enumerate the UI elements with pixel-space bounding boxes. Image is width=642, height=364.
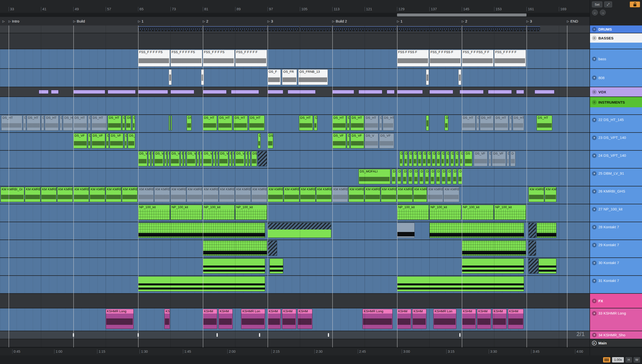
clip[interactable]	[397, 26, 462, 32]
clip[interactable]: D	[423, 151, 426, 166]
clip[interactable]: KSHM	[297, 309, 312, 329]
clip[interactable]: DS_VF	[92, 133, 105, 148]
track-header-31-kontakt-7[interactable]: ▾31 Kontakt 7	[590, 276, 642, 293]
clip[interactable]: DS	[164, 151, 167, 166]
clip[interactable]	[528, 258, 538, 274]
clip[interactable]: DS_V	[365, 133, 378, 148]
clip[interactable]: DS_HT	[1, 115, 22, 130]
clip[interactable]: DS_VF	[351, 133, 364, 148]
clip[interactable]: D	[413, 151, 417, 166]
clip[interactable]	[231, 90, 259, 94]
clip[interactable]: NP_100_kit	[138, 205, 170, 220]
clip[interactable]: KM KMRBI_GI	[122, 187, 138, 202]
clip[interactable]	[169, 115, 170, 130]
clip[interactable]: NP_100_kit	[235, 205, 267, 220]
clip[interactable]: KM KMRBI_G	[545, 187, 556, 202]
clip[interactable]: KM KMRBI_GI	[300, 187, 316, 202]
clip[interactable]: NP_100_kit	[170, 205, 203, 220]
clip[interactable]: DS_VF	[154, 151, 164, 166]
loop-region[interactable]	[397, 14, 526, 16]
clip[interactable]: OS_FRNB_13	[298, 69, 328, 85]
clip[interactable]	[387, 90, 395, 94]
clip[interactable]: FSS_F F F F FS	[138, 50, 170, 67]
clip[interactable]: KM KMRBI_GI	[267, 187, 283, 202]
forward-button[interactable]: →	[600, 10, 606, 16]
locator-build[interactable]: ▷Build	[73, 17, 85, 26]
clip[interactable]: DS	[124, 133, 127, 148]
locator-1[interactable]: ▷1	[397, 17, 403, 26]
clip[interactable]: NP_100_kit	[494, 205, 526, 220]
clip[interactable]: KSHM	[492, 309, 507, 329]
clip[interactable]: DS_HT	[108, 115, 121, 130]
clip[interactable]: KM KMRBI_GI	[316, 187, 332, 202]
clip[interactable]: DS	[180, 151, 183, 166]
clip[interactable]: DS	[197, 151, 199, 166]
clip[interactable]: KM KMRBI_GI	[427, 187, 443, 202]
track-header-23-ds-vpt-140[interactable]: ▾23 DS_VPT_140	[590, 133, 642, 150]
clip[interactable]: DS_HT	[63, 115, 73, 130]
locator-intro[interactable]: ▷Intro	[9, 17, 19, 26]
time-ruler[interactable]: 0:451:001:151:301:452:002:152:302:453:00…	[0, 348, 589, 356]
clip[interactable]: DS_HT	[45, 115, 59, 130]
clip[interactable]	[526, 26, 540, 32]
track-lane-30-kontakt-7[interactable]	[0, 258, 589, 275]
clip[interactable]: DS_HT	[218, 115, 232, 130]
clip[interactable]	[51, 90, 59, 94]
clip[interactable]: DS_HT	[351, 115, 364, 130]
clip[interactable]: KM KMRBI_GI	[106, 187, 122, 202]
clip[interactable]: DS_HT	[233, 115, 248, 130]
track-header-27-np-100-kit[interactable]: ▾27 NP_100_kit	[590, 204, 642, 222]
clip[interactable]	[203, 90, 227, 94]
clip[interactable]	[169, 69, 172, 85]
clip[interactable]: DS	[41, 115, 44, 130]
clip[interactable]: DS_VF	[138, 151, 147, 166]
clip[interactable]	[300, 26, 332, 32]
track-lane-vox[interactable]	[0, 87, 589, 96]
clip[interactable]: KSHM	[203, 309, 217, 329]
clip[interactable]: KM KMRBI_GI	[413, 187, 427, 202]
track-lane-808[interactable]: OS_FOS_FROS_FRNB_13	[0, 69, 589, 87]
clip[interactable]: DS	[414, 169, 418, 184]
clip[interactable]	[528, 240, 536, 256]
clip[interactable]: DS	[488, 151, 491, 166]
clip[interactable]: DS	[507, 151, 510, 166]
clip[interactable]: OS_FR	[282, 69, 297, 85]
track-lane-26-kmrbi-ghs[interactable]: KM KMRBI_GIKM KMRBI_GIKM KMRBI_GIKM KMRB…	[0, 186, 589, 204]
clip[interactable]: KM KMRBI_GI	[73, 187, 89, 202]
clip[interactable]: KM KMRBI_GI	[187, 187, 203, 202]
clip[interactable]: DS_VF	[170, 151, 180, 166]
clip[interactable]: DS	[447, 169, 451, 184]
clip[interactable]	[426, 69, 429, 85]
locator-3[interactable]: ▷3	[526, 17, 532, 26]
clip[interactable]	[359, 90, 383, 94]
clip[interactable]: DS_HT	[27, 115, 41, 130]
track-header-basses[interactable]: ≡BASSES	[590, 33, 642, 42]
clip[interactable]: D	[446, 151, 449, 166]
clip[interactable]: KM KMRBI_GI	[154, 187, 170, 202]
track-lane-drums[interactable]	[0, 26, 589, 33]
clip[interactable]	[328, 333, 329, 337]
clip[interactable]: KM KMRBI_GI	[138, 187, 154, 202]
clip[interactable]: DS	[445, 115, 448, 130]
clip[interactable]: NP_100_kit	[429, 205, 462, 220]
clip[interactable]: KSHM	[282, 309, 296, 329]
track-header-33-kshmr-long[interactable]: ▾33 KSHMR Long	[590, 308, 642, 331]
clip[interactable]: DS_VF	[187, 151, 196, 166]
track-header-34-kshmr-sho[interactable]: ▾34 KSHMR_Sho	[590, 331, 642, 339]
clip[interactable]: D	[510, 151, 516, 166]
track-lane-main[interactable]	[0, 339, 589, 347]
clip[interactable]: D	[418, 151, 421, 166]
clip[interactable]	[138, 276, 265, 292]
clip[interactable]: DS	[88, 115, 91, 130]
clip[interactable]: D	[232, 151, 234, 166]
clip[interactable]: FSS_F F FSS_F F	[462, 50, 494, 67]
clip[interactable]	[429, 223, 524, 238]
clip[interactable]: D	[437, 151, 440, 166]
clip[interactable]: NP_100_kit	[397, 205, 429, 220]
clip[interactable]: KM KMRBI_GI	[332, 187, 348, 202]
clip[interactable]: D	[392, 169, 396, 184]
fold-icon[interactable]: ▾	[592, 118, 597, 122]
clip[interactable]: DS_HT	[480, 115, 494, 130]
clip[interactable]	[203, 258, 265, 274]
clip[interactable]: DS_VF	[251, 151, 257, 166]
